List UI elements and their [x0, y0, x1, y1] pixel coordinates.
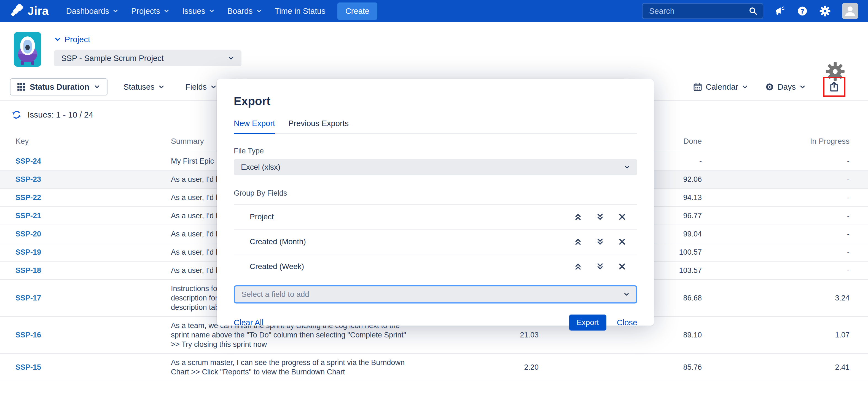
- search-icon[interactable]: [748, 6, 758, 16]
- project-avatar: [14, 32, 41, 67]
- search-input[interactable]: [649, 6, 748, 16]
- file-type-value: Excel (xlsx): [241, 163, 280, 172]
- fields-label: Fields: [186, 83, 207, 92]
- export-icon: [828, 81, 840, 93]
- nav-item-projects[interactable]: Projects: [125, 0, 176, 22]
- move-to-top-button[interactable]: [574, 213, 582, 221]
- chevron-down-icon: [54, 36, 61, 43]
- key-cell: SSP-17: [16, 294, 171, 302]
- nav-item-boards[interactable]: Boards: [221, 0, 269, 22]
- issue-key-link[interactable]: SSP-19: [16, 248, 41, 256]
- calendar-dropdown[interactable]: Calendar: [693, 83, 748, 92]
- help-icon[interactable]: [797, 5, 808, 17]
- remove-field-button[interactable]: [618, 213, 626, 221]
- move-to-bottom-icon: [596, 262, 604, 271]
- fields-dropdown[interactable]: Fields: [186, 83, 217, 92]
- chevron-down-icon: [256, 8, 262, 14]
- key-cell: SSP-20: [16, 230, 171, 238]
- group-field-label: Created (Week): [250, 262, 304, 271]
- grid-icon: [17, 83, 25, 91]
- issue-key-link[interactable]: SSP-24: [16, 157, 41, 165]
- user-avatar[interactable]: [842, 3, 858, 19]
- project-collapse-toggle[interactable]: Project: [54, 35, 242, 44]
- nav-item-time-in-status[interactable]: Time in Status: [269, 0, 332, 22]
- modal-footer: Clear All Export Close: [234, 315, 637, 330]
- issues-count-text: Issues: 1 - 10 / 24: [28, 110, 93, 119]
- in-progress-cell: -: [702, 194, 849, 202]
- chevron-down-icon: [113, 8, 119, 14]
- key-cell: SSP-16: [16, 331, 171, 340]
- remove-field-button[interactable]: [618, 262, 626, 271]
- issue-key-link[interactable]: SSP-20: [16, 230, 41, 238]
- file-type-select[interactable]: Excel (xlsx): [234, 159, 637, 175]
- units-label: Days: [778, 83, 796, 92]
- in-progress-cell: -: [702, 157, 849, 166]
- group-field-label: Project: [250, 212, 274, 221]
- gear-icon[interactable]: [819, 5, 831, 17]
- calendar-label: Calendar: [706, 83, 738, 92]
- move-to-top-button[interactable]: [574, 262, 582, 271]
- modal-title: Export: [234, 95, 637, 108]
- remove-field-icon: [618, 213, 626, 221]
- nav-menu: DashboardsProjectsIssuesBoardsTime in St…: [60, 0, 332, 22]
- issue-key-link[interactable]: SSP-22: [16, 194, 41, 202]
- move-to-bottom-button[interactable]: [596, 238, 604, 246]
- chevron-down-icon: [624, 164, 630, 170]
- units-dropdown[interactable]: Days: [765, 83, 806, 92]
- export-button-highlighted[interactable]: [823, 77, 845, 97]
- move-to-bottom-button[interactable]: [596, 213, 604, 221]
- export-submit-button[interactable]: Export: [569, 315, 607, 330]
- tab-new-export[interactable]: New Export: [234, 119, 275, 134]
- issue-key-link[interactable]: SSP-17: [16, 294, 41, 302]
- nav-right-cluster: [642, 3, 858, 19]
- in-progress-cell: 1.07: [702, 331, 849, 340]
- top-nav-bar: Jira DashboardsProjectsIssuesBoardsTime …: [0, 0, 868, 22]
- chevron-down-icon: [799, 84, 806, 90]
- key-cell: SSP-21: [16, 212, 171, 220]
- todo-cell: 2.20: [483, 363, 538, 372]
- project-select-value: SSP - Sample Scrum Project: [61, 54, 164, 63]
- nav-item-issues[interactable]: Issues: [176, 0, 221, 22]
- issue-key-link[interactable]: SSP-23: [16, 175, 41, 183]
- export-modal: Export New ExportPrevious Exports File T…: [217, 79, 654, 326]
- add-field-select[interactable]: Select a field to add: [234, 285, 637, 303]
- search-box[interactable]: [642, 3, 763, 19]
- issue-key-link[interactable]: SSP-21: [16, 212, 41, 220]
- nav-item-dashboards[interactable]: Dashboards: [60, 0, 125, 22]
- report-type-button[interactable]: Status Duration: [10, 78, 107, 95]
- in-progress-cell: -: [702, 230, 849, 238]
- project-select[interactable]: SSP - Sample Scrum Project: [54, 50, 242, 66]
- chevron-down-icon: [623, 291, 629, 297]
- group-field-actions: [574, 262, 626, 271]
- col-header-key: Key: [16, 137, 171, 146]
- done-cell: 85.76: [538, 363, 702, 372]
- key-cell: SSP-18: [16, 266, 171, 275]
- remove-field-button[interactable]: [618, 238, 626, 246]
- tab-previous-exports[interactable]: Previous Exports: [288, 119, 349, 134]
- issue-key-link[interactable]: SSP-16: [16, 331, 41, 339]
- issue-key-link[interactable]: SSP-15: [16, 363, 41, 371]
- megaphone-icon[interactable]: [775, 6, 785, 16]
- close-button[interactable]: Close: [617, 318, 637, 327]
- report-type-label: Status Duration: [30, 83, 89, 92]
- nav-item-label: Issues: [182, 7, 205, 16]
- in-progress-cell: -: [702, 266, 849, 275]
- clear-all-button[interactable]: Clear All: [234, 318, 264, 327]
- create-button[interactable]: Create: [337, 2, 377, 20]
- jira-logo-icon: [10, 4, 24, 18]
- table-row: SSP-15As a scrum master, I can see the p…: [0, 354, 868, 381]
- group-field-row: Project: [234, 205, 637, 230]
- key-cell: SSP-22: [16, 194, 171, 202]
- jira-logo[interactable]: Jira: [10, 4, 49, 18]
- calendar-icon: [693, 83, 702, 91]
- move-to-top-button[interactable]: [574, 238, 582, 246]
- key-cell: SSP-23: [16, 175, 171, 184]
- issue-key-link[interactable]: SSP-18: [16, 266, 41, 274]
- move-to-top-icon: [574, 238, 582, 246]
- statuses-dropdown[interactable]: Statuses: [123, 83, 164, 92]
- move-to-bottom-button[interactable]: [596, 262, 604, 271]
- person-icon: [843, 4, 857, 18]
- group-field-actions: [574, 213, 626, 221]
- refresh-icon[interactable]: [11, 110, 22, 120]
- done-cell: 89.10: [538, 331, 702, 340]
